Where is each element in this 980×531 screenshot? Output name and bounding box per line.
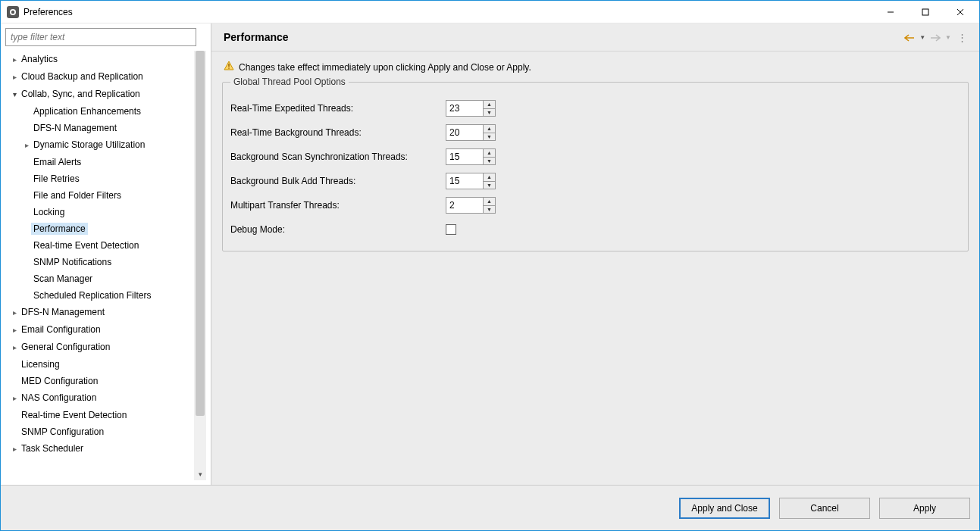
warning-icon <box>224 61 234 73</box>
tree-item[interactable]: SNMP Notifications <box>10 254 194 270</box>
chevron-right-icon[interactable] <box>10 52 19 68</box>
tree-item-label[interactable]: Scheduled Replication Filters <box>31 289 153 301</box>
tree-item[interactable]: Scan Manager <box>10 270 194 287</box>
tree-item-label[interactable]: Locking <box>31 206 67 218</box>
minimize-button[interactable] <box>873 1 908 23</box>
tree-item[interactable]: Real-time Event Detection <box>10 407 194 423</box>
spin-down-icon[interactable]: ▼ <box>484 158 495 165</box>
preferences-tree: AnalyticsCloud Backup and ReplicationCol… <box>5 51 194 480</box>
tree-item-label[interactable]: Real-time Event Detection <box>31 239 141 251</box>
spinner-rt-expedited: ▲ ▼ <box>446 100 496 117</box>
forward-icon[interactable] <box>930 32 941 43</box>
input-multipart[interactable] <box>446 198 483 213</box>
chevron-down-icon[interactable] <box>10 86 19 103</box>
tree-scrollbar[interactable]: ▾ <box>194 51 206 480</box>
apply-button[interactable]: Apply <box>879 498 970 519</box>
spin-up-icon[interactable]: ▲ <box>484 198 495 206</box>
forward-menu-icon[interactable]: ▼ <box>945 34 951 41</box>
spin-up-icon[interactable]: ▲ <box>484 125 495 133</box>
scrollbar-thumb[interactable] <box>196 51 205 416</box>
chevron-right-icon[interactable] <box>10 305 19 321</box>
tree-item[interactable]: DFS-N Management <box>10 120 194 136</box>
tree-item-label[interactable]: Email Alerts <box>31 156 83 168</box>
back-menu-icon[interactable]: ▼ <box>919 34 925 41</box>
spin-up-icon[interactable]: ▲ <box>484 149 495 158</box>
tree-item-label[interactable]: Collab, Sync, and Replication <box>19 88 142 100</box>
tree-item[interactable]: SNMP Configuration <box>10 423 194 440</box>
chevron-right-icon[interactable] <box>10 322 19 339</box>
tree-item-label[interactable]: Email Configuration <box>19 323 103 336</box>
checkbox-debug[interactable] <box>446 224 456 235</box>
spin-up-icon[interactable]: ▲ <box>484 101 495 109</box>
tree-item[interactable]: Email Alerts <box>10 154 194 170</box>
tree-item[interactable]: File and Folder Filters <box>10 187 194 204</box>
tree-item[interactable]: Licensing <box>10 356 194 373</box>
row-multipart: Multipart Transfer Threads: ▲ ▼ <box>230 193 960 217</box>
filter-input[interactable] <box>5 28 196 46</box>
tree-item-label[interactable]: MED Configuration <box>19 375 100 387</box>
chevron-right-icon[interactable] <box>10 441 19 458</box>
tree-item[interactable]: MED Configuration <box>10 373 194 389</box>
tree-item[interactable]: Locking <box>10 204 194 220</box>
label-rt-expedited: Real-Time Expedited Threads: <box>230 103 446 114</box>
input-rt-expedited[interactable] <box>446 101 483 116</box>
tree-item[interactable]: Cloud Backup and Replication <box>10 68 194 86</box>
tree-item-label[interactable]: General Configuration <box>19 341 112 353</box>
apply-and-close-button[interactable]: Apply and Close <box>679 498 770 519</box>
spin-down-icon[interactable]: ▼ <box>484 182 495 189</box>
label-bg-bulk: Background Bulk Add Threads: <box>230 176 446 186</box>
tree-item-label[interactable]: SNMP Configuration <box>19 426 106 438</box>
chevron-right-icon[interactable] <box>22 137 31 154</box>
spin-down-icon[interactable]: ▼ <box>484 109 495 117</box>
spin-down-icon[interactable]: ▼ <box>484 133 495 141</box>
chevron-right-icon[interactable] <box>10 390 19 407</box>
maximize-button[interactable] <box>908 1 943 23</box>
warning-text: Changes take effect immediately upon cli… <box>239 62 531 73</box>
scroll-down-icon[interactable]: ▾ <box>194 468 206 480</box>
tree-item[interactable]: General Configuration <box>10 339 194 356</box>
tree-item[interactable]: Application Enhancements <box>10 103 194 120</box>
chevron-right-icon[interactable] <box>10 69 19 86</box>
input-bg-bulk[interactable] <box>446 173 483 189</box>
tree-item-label[interactable]: Scan Manager <box>31 273 95 285</box>
tree-item-label[interactable]: SNMP Notifications <box>31 256 114 268</box>
tree-item[interactable]: Task Scheduler <box>10 440 194 458</box>
tree-item[interactable]: Performance <box>10 220 194 237</box>
tree-item-label[interactable]: Real-time Event Detection <box>19 409 129 421</box>
tree-item-label[interactable]: DFS-N Management <box>19 306 107 318</box>
close-button[interactable] <box>943 1 978 23</box>
tree-item[interactable]: Email Configuration <box>10 321 194 339</box>
view-menu-icon[interactable]: ⋮ <box>957 32 967 43</box>
tree-item[interactable]: Real-time Event Detection <box>10 237 194 254</box>
input-bg-sync[interactable] <box>446 149 483 164</box>
tree-item-label[interactable]: Dynamic Storage Utilization <box>31 139 147 151</box>
content-header: Performance ▼ ▼ ⋮ <box>211 23 979 52</box>
tree-item-label[interactable]: Analytics <box>19 53 60 65</box>
cancel-button[interactable]: Cancel <box>779 498 870 519</box>
spinner-bg-sync: ▲ ▼ <box>446 148 496 165</box>
tree-item-label[interactable]: Cloud Backup and Replication <box>19 70 146 83</box>
tree-item-label[interactable]: File Retries <box>31 173 82 185</box>
tree-item[interactable]: NAS Configuration <box>10 389 194 407</box>
group-legend: Global Thread Pool Options <box>230 77 349 87</box>
spin-down-icon[interactable]: ▼ <box>484 206 495 214</box>
input-rt-background[interactable] <box>446 125 483 140</box>
tree-item-label[interactable]: File and Folder Filters <box>31 189 124 201</box>
tree-item-label[interactable]: Performance <box>31 223 88 235</box>
tree-item[interactable]: Analytics <box>10 51 194 68</box>
tree-item[interactable]: File Retries <box>10 170 194 187</box>
back-icon[interactable] <box>904 32 915 43</box>
tree-item-label[interactable]: NAS Configuration <box>19 392 99 404</box>
tree-item-label[interactable]: DFS-N Management <box>31 122 119 134</box>
tree-item-label[interactable]: Licensing <box>19 358 62 370</box>
tree-item-label[interactable]: Application Enhancements <box>31 105 143 117</box>
row-debug: Debug Mode: <box>230 217 960 242</box>
tree-item[interactable]: Scheduled Replication Filters <box>10 287 194 304</box>
chevron-right-icon[interactable] <box>10 339 19 356</box>
tree-item[interactable]: DFS-N Management <box>10 304 194 321</box>
spin-up-icon[interactable]: ▲ <box>484 173 495 182</box>
tree-item[interactable]: Dynamic Storage Utilization <box>10 136 194 154</box>
tree-item[interactable]: Collab, Sync, and Replication <box>10 86 194 103</box>
tree-item-label[interactable]: Task Scheduler <box>19 442 86 454</box>
spinner-multipart: ▲ ▼ <box>446 197 496 214</box>
